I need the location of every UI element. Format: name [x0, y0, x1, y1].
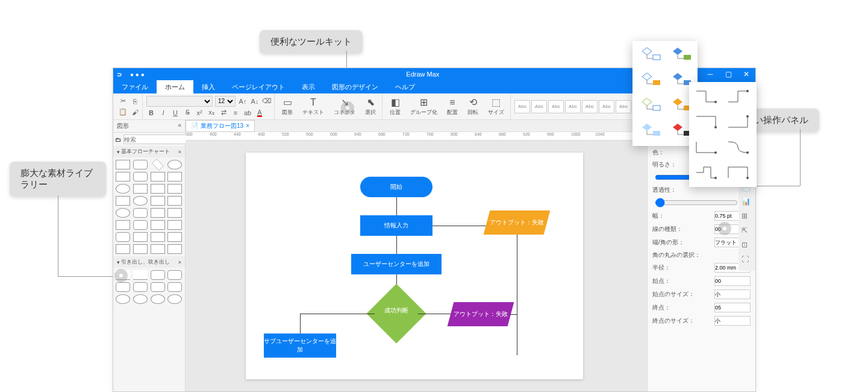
menu-file[interactable]: ファイル: [113, 80, 157, 94]
shape-item[interactable]: [116, 172, 130, 182]
prop-end-size[interactable]: 終点のサイズ：: [650, 314, 753, 327]
transparency-slider[interactable]: [655, 198, 738, 207]
shape-item[interactable]: [133, 184, 148, 194]
menu-home[interactable]: ホーム: [157, 80, 193, 94]
document-tab[interactable]: 📄 業務フロー図13 ×: [186, 120, 255, 132]
shape-item[interactable]: [167, 196, 182, 206]
connector-thumb[interactable]: [725, 162, 751, 183]
shape-item[interactable]: [167, 270, 182, 280]
font-family-select[interactable]: [146, 96, 213, 107]
connector-button[interactable]: ↘コネクタ: [330, 96, 359, 118]
connector[interactable]: [396, 236, 397, 254]
shape-item[interactable]: [133, 220, 148, 230]
style-thumb[interactable]: [636, 121, 663, 142]
shape-item[interactable]: [133, 196, 148, 206]
connector-thumb[interactable]: [693, 86, 719, 107]
node-sub-user[interactable]: サブユーザーセンターを追加: [264, 334, 336, 358]
select-button[interactable]: ⬉選択: [361, 96, 379, 118]
prop-line-type[interactable]: 線の種類：: [650, 223, 753, 236]
shape-item[interactable]: [167, 232, 182, 242]
shape-item[interactable]: [151, 244, 165, 254]
canvas[interactable]: 開始 情報入力 アウトプット：失敗 ユーザーセンターを追加 成功判断 アウトプッ…: [186, 141, 647, 391]
tab-expand-icon[interactable]: ⛶: [742, 255, 752, 266]
shape-button[interactable]: ▭図形: [278, 96, 296, 118]
shape-item[interactable]: [133, 172, 148, 182]
shape-ellipse[interactable]: [167, 160, 182, 169]
connector[interactable]: [510, 314, 517, 315]
clear-format-icon[interactable]: ⌫: [262, 96, 272, 106]
shape-item[interactable]: [116, 270, 130, 280]
format-painter-icon[interactable]: 🖌: [130, 107, 140, 117]
shape-item[interactable]: [151, 196, 165, 206]
tab-grid-icon[interactable]: ⊞: [742, 212, 752, 223]
node-output-fail-2[interactable]: アウトプット：失敗: [448, 302, 514, 326]
tab-export-icon[interactable]: ⇱: [742, 226, 752, 237]
style-thumb[interactable]: [636, 95, 663, 117]
minimize-icon[interactable]: ─: [701, 68, 719, 80]
theme-gallery[interactable]: Abc Abc Abc Abc Abc Abc Abc: [514, 100, 631, 113]
font-size-select[interactable]: 12: [215, 96, 236, 107]
prop-corner-radius[interactable]: 角の丸みの選択：⌒: [650, 249, 753, 261]
close-tab-icon[interactable]: ×: [246, 122, 249, 129]
shape-item[interactable]: [133, 270, 148, 280]
group-button[interactable]: ⊞グループ化: [407, 96, 441, 118]
style-thumb[interactable]: [667, 45, 693, 66]
align-button[interactable]: ≡配置: [443, 96, 461, 118]
shape-item[interactable]: [133, 232, 148, 242]
tab-chart-icon[interactable]: 📊: [742, 197, 752, 208]
menu-shapedesign[interactable]: 図形のデザイン: [323, 80, 387, 94]
shape-item[interactable]: [167, 244, 182, 254]
prop-width[interactable]: 幅：: [650, 209, 753, 223]
theme-option[interactable]: Abc: [565, 100, 581, 113]
connector[interactable]: [432, 226, 488, 226]
tab-layout-icon[interactable]: ⊡: [742, 241, 752, 251]
connector-thumb[interactable]: [725, 86, 751, 107]
shape-item[interactable]: [151, 232, 165, 242]
shape-item[interactable]: [151, 270, 165, 280]
section-basic-flowchart[interactable]: ▾ 基本フローチャート ×: [113, 146, 185, 157]
theme-option[interactable]: Abc: [599, 100, 614, 113]
connector-thumb[interactable]: [725, 111, 751, 133]
menu-insert[interactable]: 挿入: [193, 80, 223, 94]
node-output-fail-1[interactable]: アウトプット：失敗: [484, 210, 551, 235]
text-button[interactable]: Tテキスト: [299, 96, 328, 118]
theme-option[interactable]: Abc: [514, 100, 530, 113]
connector-thumb[interactable]: [725, 136, 751, 158]
style-thumb[interactable]: [636, 45, 663, 66]
connector-thumb[interactable]: [693, 111, 719, 133]
subscript-icon[interactable]: x₂: [207, 108, 216, 118]
shape-item[interactable]: [167, 282, 182, 292]
shape-round-rect[interactable]: [133, 160, 148, 169]
superscript-icon[interactable]: x²: [195, 108, 204, 118]
prop-start-point[interactable]: 始点：: [650, 274, 753, 288]
shape-item[interactable]: [116, 232, 130, 242]
connector-thumb[interactable]: [693, 162, 719, 183]
shape-item[interactable]: [116, 244, 130, 254]
shape-item[interactable]: [116, 294, 130, 304]
shape-item[interactable]: [116, 196, 130, 206]
shape-item[interactable]: [116, 220, 130, 230]
font-color-icon[interactable]: A: [255, 108, 264, 118]
size-button[interactable]: ⬚サイズ: [484, 96, 508, 118]
cut-icon[interactable]: ✂: [118, 96, 128, 106]
bullets-icon[interactable]: ≡: [231, 108, 240, 118]
maximize-icon[interactable]: ▢: [719, 68, 737, 80]
shape-item[interactable]: [151, 282, 165, 292]
shape-item[interactable]: [151, 220, 165, 230]
increase-font-icon[interactable]: A↑: [238, 96, 248, 106]
shape-item[interactable]: [167, 184, 182, 194]
shape-item[interactable]: [133, 282, 148, 292]
prop-radius[interactable]: 半径：: [650, 261, 753, 274]
theme-option[interactable]: Abc: [548, 100, 564, 113]
strike-icon[interactable]: S̶: [183, 108, 192, 118]
rotate-button[interactable]: ⟲回転: [464, 96, 482, 118]
shape-item[interactable]: [167, 220, 182, 230]
connector[interactable]: [396, 197, 397, 215]
decrease-font-icon[interactable]: A↓: [250, 96, 260, 106]
library-icon[interactable]: 🗀: [115, 136, 121, 143]
menu-help[interactable]: ヘルプ: [387, 80, 423, 94]
shape-item[interactable]: [167, 294, 182, 304]
prop-cap[interactable]: 端/角の形：: [650, 236, 753, 249]
shape-item[interactable]: [151, 294, 165, 304]
shape-item[interactable]: [133, 208, 148, 218]
